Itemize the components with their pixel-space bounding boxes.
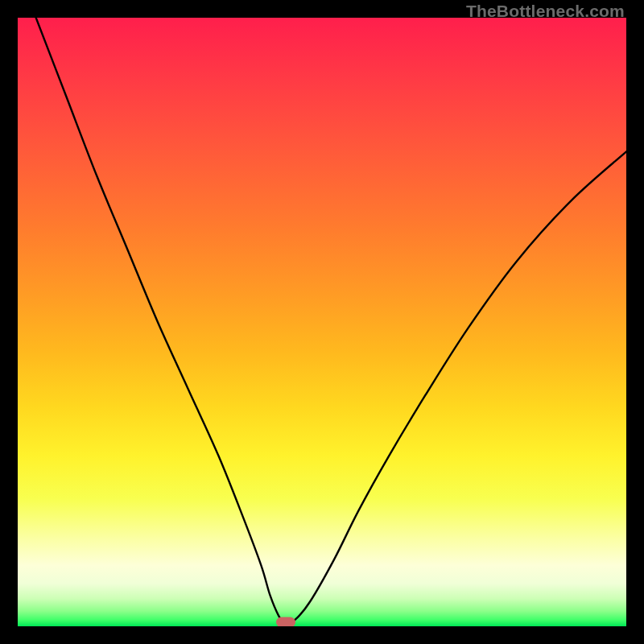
optimal-marker xyxy=(276,617,295,626)
watermark-text: TheBottleneck.com xyxy=(466,2,625,21)
plot-frame xyxy=(18,18,626,626)
bottleneck-curve xyxy=(18,18,626,626)
